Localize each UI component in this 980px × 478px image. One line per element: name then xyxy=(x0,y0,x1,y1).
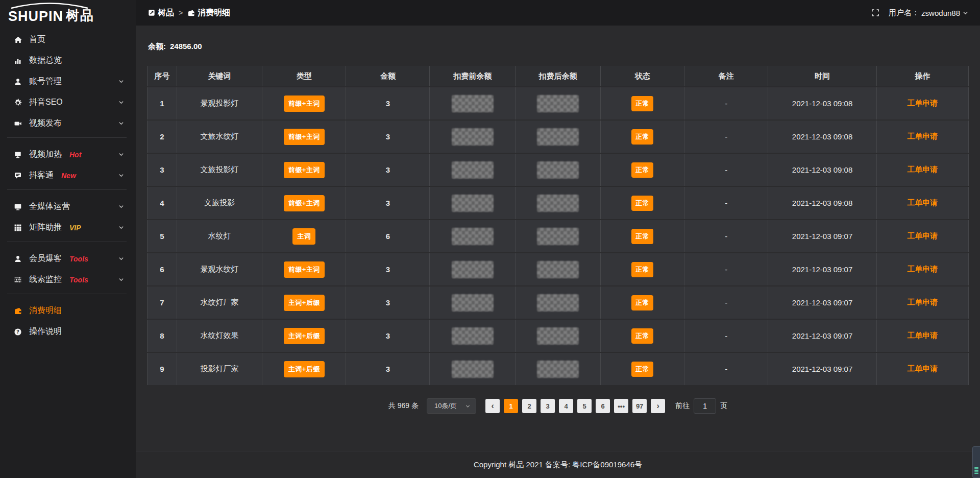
cell-balance-before xyxy=(430,253,515,286)
page-ellipsis-button[interactable]: ••• xyxy=(614,399,628,413)
cell-keyword: 景观投影灯 xyxy=(177,87,262,120)
breadcrumb-label: 树品 xyxy=(158,8,174,18)
cell-remark: - xyxy=(684,87,768,120)
sidebar-item-数据总览[interactable]: 数据总览 xyxy=(0,54,136,67)
goto-unit: 页 xyxy=(720,401,727,411)
table-row: 8 水纹灯效果 主词+后缀 3 正常 - 2021-12-03 09:07 工单… xyxy=(148,319,969,352)
comment-icon xyxy=(13,172,22,180)
cell-status: 正常 xyxy=(601,352,684,386)
sidebar-item-首页[interactable]: 首页 xyxy=(0,33,136,46)
fullscreen-icon[interactable] xyxy=(871,9,879,17)
page-button-3[interactable]: 3 xyxy=(541,399,555,413)
pagination: 共 969 条 10条/页 ‹ 123456•••97 › 前往 页 xyxy=(136,398,980,414)
status-badge: 正常 xyxy=(631,295,653,310)
sidebar-item-矩阵助推[interactable]: 矩阵助推 VIP xyxy=(0,221,136,234)
cell-balance-before xyxy=(430,352,515,386)
prev-page-button[interactable]: ‹ xyxy=(485,399,500,413)
cell-status: 正常 xyxy=(601,220,684,253)
video-icon xyxy=(13,119,22,128)
sidebar-divider xyxy=(7,294,127,294)
floating-widget[interactable] xyxy=(972,446,980,478)
cell-action: 工单申请 xyxy=(876,286,968,319)
sidebar-item-全媒体运营[interactable]: 全媒体运营 xyxy=(0,200,136,213)
page-button-2[interactable]: 2 xyxy=(522,399,536,413)
cell-balance-before xyxy=(430,120,515,153)
cell-keyword: 景观水纹灯 xyxy=(177,253,262,286)
goto-page-input[interactable] xyxy=(694,398,716,414)
cell-index: 7 xyxy=(148,286,177,319)
cell-keyword: 水纹灯厂家 xyxy=(177,286,262,319)
column-header-状态: 状态 xyxy=(601,65,684,87)
masked-value xyxy=(537,294,579,312)
widget-stripes xyxy=(974,467,978,474)
cell-remark: - xyxy=(684,319,768,352)
ticket-request-link[interactable]: 工单申请 xyxy=(907,132,938,140)
cell-action: 工单申请 xyxy=(876,120,968,153)
wallet-icon xyxy=(187,9,195,17)
page-size-select[interactable]: 10条/页 xyxy=(427,398,476,414)
masked-value xyxy=(452,294,494,312)
chevron-down-icon xyxy=(118,203,125,210)
ticket-request-link[interactable]: 工单申请 xyxy=(907,198,938,207)
ticket-request-link[interactable]: 工单申请 xyxy=(907,165,938,174)
cell-amount: 3 xyxy=(346,186,430,220)
next-page-button[interactable]: › xyxy=(651,399,665,413)
page-button-5[interactable]: 5 xyxy=(577,399,592,413)
sidebar-item-抖客通[interactable]: 抖客通 New xyxy=(0,169,136,182)
sidebar-item-抖音SEO[interactable]: 抖音SEO xyxy=(0,95,136,109)
page-button-97[interactable]: 97 xyxy=(632,399,647,413)
breadcrumb-item-home[interactable]: 树品 xyxy=(148,8,174,18)
sidebar-item-视频发布[interactable]: 视频发布 xyxy=(0,116,136,130)
ticket-request-link[interactable]: 工单申请 xyxy=(907,231,938,240)
svg-text:?: ? xyxy=(16,329,19,334)
type-badge: 前缀+主词 xyxy=(284,129,325,145)
ticket-request-link[interactable]: 工单申请 xyxy=(907,265,938,273)
sidebar-item-badge: New xyxy=(61,172,76,180)
ticket-request-link[interactable]: 工单申请 xyxy=(907,99,938,107)
breadcrumb: 树品 > 消费明细 xyxy=(148,8,230,18)
sidebar-divider xyxy=(7,189,127,190)
ticket-request-link[interactable]: 工单申请 xyxy=(907,298,938,306)
cell-remark: - xyxy=(684,120,768,153)
user-icon xyxy=(13,255,22,263)
sidebar-divider xyxy=(7,137,127,138)
sidebar-item-会员爆客[interactable]: 会员爆客 Tools xyxy=(0,252,136,266)
page-button-1[interactable]: 1 xyxy=(504,399,518,413)
table-row: 1 景观投影灯 前缀+主词 3 正常 - 2021-12-03 09:08 工单… xyxy=(148,87,969,120)
masked-value xyxy=(452,128,494,146)
sidebar-item-badge: Tools xyxy=(69,276,88,284)
ticket-request-link[interactable]: 工单申请 xyxy=(907,364,938,373)
status-badge: 正常 xyxy=(631,262,653,277)
cell-remark: - xyxy=(684,186,768,220)
gear-icon xyxy=(13,99,22,107)
sidebar-item-视频加热[interactable]: 视频加热 Hot xyxy=(0,148,136,161)
cell-keyword: 文旅投影灯 xyxy=(177,153,262,186)
cell-type: 前缀+主词 xyxy=(262,120,346,153)
page-button-6[interactable]: 6 xyxy=(596,399,610,413)
sidebar-item-消费明细[interactable]: 消费明细 xyxy=(0,304,136,318)
edit-square-icon xyxy=(148,9,155,16)
cell-type: 前缀+主词 xyxy=(262,153,346,186)
sidebar-item-线索监控[interactable]: 线索监控 Tools xyxy=(0,273,136,286)
chevron-down-icon xyxy=(118,151,125,158)
cell-type: 前缀+主词 xyxy=(262,87,346,120)
balance: 余额: 24856.00 xyxy=(148,42,980,52)
page-button-4[interactable]: 4 xyxy=(559,399,573,413)
sidebar-item-操作说明[interactable]: ? 操作说明 xyxy=(0,325,136,339)
type-badge: 主词 xyxy=(292,228,315,245)
masked-value xyxy=(452,228,494,245)
type-badge: 前缀+主词 xyxy=(284,261,325,278)
cell-type: 主词+后缀 xyxy=(262,352,346,386)
ticket-request-link[interactable]: 工单申请 xyxy=(907,331,938,340)
cell-remark: - xyxy=(684,253,768,286)
sidebar-item-账号管理[interactable]: 账号管理 xyxy=(0,75,136,88)
cell-time: 2021-12-03 09:08 xyxy=(768,186,876,220)
breadcrumb-item-current[interactable]: 消费明细 xyxy=(187,8,230,18)
sidebar: SHUPIN 树品 首页 数据总览 账号管理 抖音SEO 视频发布 xyxy=(0,0,136,478)
masked-value xyxy=(452,327,494,345)
user-menu[interactable]: 用户名： zswodun88 xyxy=(889,8,969,18)
cell-balance-before xyxy=(430,286,515,319)
sliders-icon xyxy=(13,276,22,284)
sidebar-item-label: 首页 xyxy=(29,34,45,45)
username-label: 用户名： xyxy=(889,8,919,18)
